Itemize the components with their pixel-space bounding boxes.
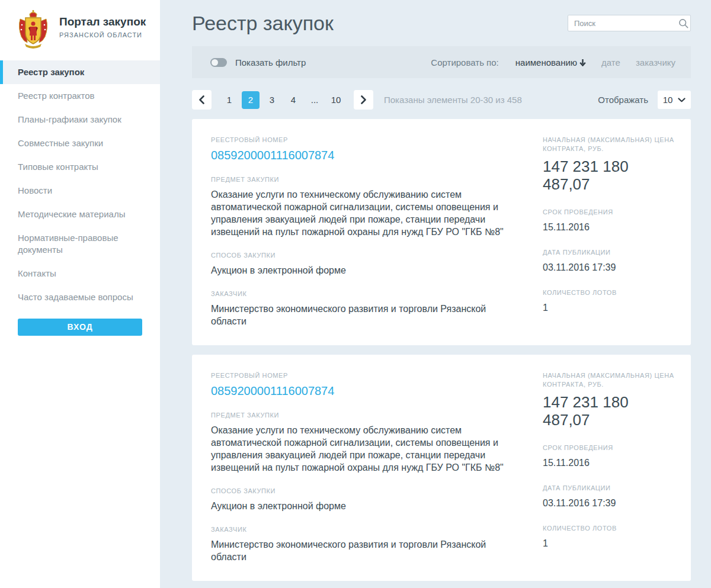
lots-label: КОЛИЧЕСТВО ЛОТОВ: [543, 288, 679, 297]
sidebar-menu: Реестр закупок Реестр контрактов Планы-г…: [0, 60, 160, 309]
page-number-4[interactable]: 4: [284, 91, 302, 109]
brand: Портал закупок РЯЗАНСКОЙ ОБЛАСТИ: [0, 0, 160, 51]
subject-label: ПРЕДМЕТ ЗАКУПКИ: [211, 411, 520, 420]
sidebar-item-joint-purchases[interactable]: Совместные закупки: [0, 131, 160, 155]
search-icon[interactable]: [678, 18, 688, 28]
sidebar-item-method-materials[interactable]: Методические материалы: [0, 203, 160, 226]
page-header: Реестр закупок: [192, 0, 691, 46]
registry-number-label: РЕЕСТРОВЫЙ НОМЕР: [211, 136, 520, 144]
purchase-card: РЕЕСТРОВЫЙ НОМЕР 0859200001116007874 ПРЕ…: [192, 119, 691, 345]
method-label: СПОСОБ ЗАКУПКИ: [211, 487, 520, 496]
sidebar-item-registry-purchases[interactable]: Реестр закупок: [0, 60, 160, 84]
published-label: ДАТА ПУБЛИКАЦИИ: [543, 248, 679, 257]
purchase-card: РЕЕСТРОВЫЙ НОМЕР 0859200001116007874 ПРЕ…: [192, 355, 691, 581]
sidebar-item-faq[interactable]: Часто задаваемые вопросы: [0, 285, 160, 309]
page-ellipsis: ...: [306, 91, 324, 109]
customer-label: ЗАКАЗЧИК: [211, 290, 520, 298]
term-value: 15.11.2016: [543, 457, 679, 469]
sort-by-label: Сортировать по:: [431, 57, 498, 68]
search-box: [568, 15, 691, 31]
page-number-1[interactable]: 1: [220, 91, 238, 109]
sidebar-item-plans[interactable]: Планы-графиаки закупок: [0, 108, 160, 131]
sort-option-name[interactable]: наименованию: [515, 57, 586, 68]
show-filter-label: Показать фильтр: [235, 57, 306, 68]
page-number-2-active[interactable]: 2: [242, 91, 260, 109]
sidebar-item-contacts[interactable]: Контакты: [0, 262, 160, 285]
brand-title: Портал закупок: [59, 15, 146, 28]
page-title: Реестр закупок: [192, 12, 334, 35]
registry-number-link[interactable]: 0859200001116007874: [211, 149, 520, 162]
subject-label: ПРЕДМЕТ ЗАКУПКИ: [211, 175, 520, 184]
brand-subtitle: РЯЗАНСКОЙ ОБЛАСТИ: [59, 31, 146, 38]
customer-text: Министерство экономического развития и т…: [211, 538, 520, 563]
chevron-left-icon: [198, 95, 205, 104]
sidebar-item-typical-contracts[interactable]: Типовые контракты: [0, 155, 160, 179]
next-page-button[interactable]: [354, 90, 373, 110]
prev-page-button[interactable]: [192, 90, 212, 110]
term-label: СРОК ПРОВЕДЕНИЯ: [543, 208, 679, 217]
price-value: 147 231 180 487,07: [543, 158, 679, 193]
price-value: 147 231 180 487,07: [543, 393, 679, 429]
customer-text: Министерство экономического развития и т…: [211, 303, 520, 327]
search-input[interactable]: [574, 19, 678, 28]
sidebar-item-registry-contracts[interactable]: Реестр контрактов: [0, 84, 160, 108]
price-label: НАЧАЛЬНАЯ (МАКСИМАЛЬНАЯ) ЦЕНА КОНТРАКТА,…: [543, 371, 679, 389]
registry-number-label: РЕЕСТРОВЫЙ НОМЕР: [211, 371, 520, 380]
page-number-10[interactable]: 10: [327, 91, 345, 109]
pagination-summary: Показаны элементы 20-30 из 458: [384, 95, 522, 105]
display-label: Отображать: [598, 95, 648, 105]
method-text: Аукцион в электронной форме: [211, 264, 520, 277]
sidebar-item-news[interactable]: Новости: [0, 179, 160, 203]
filter-bar: Показать фильтр Сортировать по: наименов…: [192, 46, 691, 78]
chevron-right-icon: [360, 95, 367, 104]
sort-direction-down-icon: [579, 59, 586, 66]
subject-text: Оказание услуги по техническому обслужив…: [211, 424, 520, 474]
lots-label: КОЛИЧЕСТВО ЛОТОВ: [543, 524, 679, 533]
customer-label: ЗАКАЗЧИК: [211, 525, 520, 534]
lots-value: 1: [543, 301, 679, 314]
sort-option-customer[interactable]: заказчику: [636, 57, 675, 68]
page-size-select[interactable]: 10: [658, 91, 691, 109]
chevron-down-icon: [678, 98, 686, 102]
subject-text: Оказание услуги по техническому обслужив…: [211, 188, 520, 238]
published-value: 03.11.2016 17:39: [543, 261, 679, 274]
coat-of-arms-icon: [17, 9, 50, 51]
page-number-3[interactable]: 3: [263, 91, 281, 109]
method-label: СПОСОБ ЗАКУПКИ: [211, 251, 520, 260]
published-label: ДАТА ПУБЛИКАЦИИ: [543, 484, 679, 493]
pagination: 1 2 3 4 ... 10 Показаны элементы 20-30 и…: [192, 90, 691, 110]
login-button[interactable]: ВХОД: [18, 319, 142, 336]
sidebar: Портал закупок РЯЗАНСКОЙ ОБЛАСТИ Реестр …: [0, 0, 160, 588]
price-label: НАЧАЛЬНАЯ (МАКСИМАЛЬНАЯ) ЦЕНА КОНТРАКТА,…: [543, 136, 679, 153]
show-filter-toggle[interactable]: [210, 58, 227, 67]
sidebar-item-legal-documents[interactable]: Нормативные-правовые документы: [0, 226, 160, 262]
sort-option-date[interactable]: дате: [601, 57, 620, 68]
lots-value: 1: [543, 537, 679, 550]
main-area: Реестр закупок Показать фильтр Сортирова…: [160, 0, 711, 588]
published-value: 03.11.2016 17:39: [543, 497, 679, 509]
method-text: Аукцион в электронной форме: [211, 500, 520, 512]
registry-number-link[interactable]: 0859200001116007874: [211, 384, 520, 398]
term-value: 15.11.2016: [543, 221, 679, 233]
term-label: СРОК ПРОВЕДЕНИЯ: [543, 444, 679, 452]
